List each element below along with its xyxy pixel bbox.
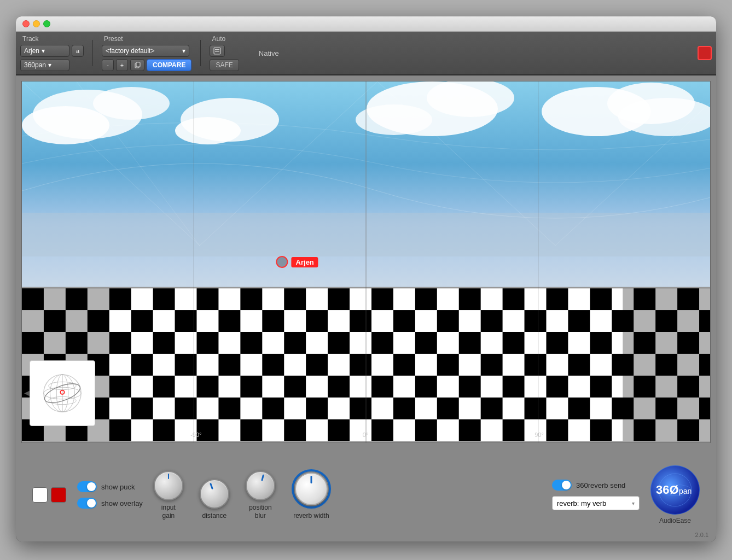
position-blur-knob[interactable] xyxy=(246,471,275,500)
preset-plus-btn[interactable]: + xyxy=(116,59,128,71)
svg-rect-31 xyxy=(623,288,710,441)
version-text: 2.0.1 xyxy=(695,532,708,538)
reverb-send-toggle[interactable] xyxy=(552,480,572,491)
preset-copy-btn[interactable] xyxy=(130,59,144,71)
reverb-dropdown-value: reverb: my verb xyxy=(557,499,606,508)
svg-rect-3 xyxy=(215,49,219,50)
globe-svg xyxy=(38,369,87,418)
svg-rect-1 xyxy=(136,62,140,67)
track-select-arrow: ▾ xyxy=(42,47,45,55)
show-overlay-toggle[interactable] xyxy=(77,498,97,509)
source-puck[interactable]: Arjen xyxy=(276,256,318,268)
safe-btn[interactable]: SAFE xyxy=(210,59,239,71)
puck-label: Arjen xyxy=(292,257,318,267)
svg-line-22 xyxy=(200,81,377,246)
checkerboard-svg xyxy=(22,287,710,442)
plugin-select[interactable]: 360pan ▾ xyxy=(20,59,69,71)
svg-text:pan: pan xyxy=(679,487,692,495)
track-section: Track Arjen ▾ a 360pan ▾ xyxy=(20,35,84,71)
preset-value: <factory default> xyxy=(106,47,154,55)
preset-row-1: <factory default> ▾ xyxy=(102,45,191,57)
input-gain-container: inputgain xyxy=(154,471,183,521)
divider-2 xyxy=(200,40,201,66)
logo-subtext: AudioEase xyxy=(659,517,691,524)
traffic-lights xyxy=(22,20,50,27)
track-variant-btn[interactable]: a xyxy=(72,45,84,57)
toggles-section: show puck show overlay xyxy=(77,481,143,509)
distance-knob[interactable] xyxy=(200,479,229,509)
logo-circle: 36Ø pan xyxy=(650,465,700,515)
show-puck-label: show puck xyxy=(101,483,135,491)
color-box-red[interactable] xyxy=(51,487,66,503)
floor-section xyxy=(22,287,710,442)
preset-section: Preset <factory default> ▾ - + COMPARE xyxy=(102,35,191,71)
preset-dropdown[interactable]: <factory default> ▾ xyxy=(102,45,189,57)
reverb-dropdown-arrow: ▾ xyxy=(632,500,635,506)
svg-rect-4 xyxy=(215,51,219,52)
reverb-width-label: reverb width xyxy=(293,512,329,521)
minimize-button[interactable] xyxy=(33,20,40,27)
distance-label: distance xyxy=(202,512,227,521)
color-boxes xyxy=(32,487,66,503)
svg-line-24 xyxy=(555,81,710,246)
color-box-white[interactable] xyxy=(32,487,48,503)
logo-svg: 36Ø pan xyxy=(650,465,700,515)
minimap: ◄ xyxy=(30,360,95,426)
svg-line-23 xyxy=(377,81,555,246)
preset-row-2: - + COMPARE xyxy=(102,59,191,71)
track-select[interactable]: Arjen ▾ xyxy=(20,45,69,57)
show-puck-toggle[interactable] xyxy=(77,481,97,492)
native-section: Native xyxy=(246,48,283,59)
plugin-row: 360pan ▾ xyxy=(20,59,84,71)
plugin-arrow: ▾ xyxy=(48,61,51,69)
show-overlay-row: show overlay xyxy=(77,498,143,509)
copy-icon xyxy=(134,62,141,68)
maximize-button[interactable] xyxy=(43,20,50,27)
track-row: Arjen ▾ a xyxy=(20,45,84,57)
reverb-width-mark xyxy=(310,476,312,483)
distance-container: distance xyxy=(200,479,229,521)
red-record-btn[interactable] xyxy=(698,46,712,60)
divider-1 xyxy=(92,40,93,66)
close-button[interactable] xyxy=(22,20,30,27)
show-overlay-label: show overlay xyxy=(101,499,143,508)
reverb-section: 360reverb send reverb: my verb ▾ xyxy=(552,480,640,510)
sky-section xyxy=(22,81,710,287)
angle-minus90: -90° xyxy=(190,431,201,438)
auto-icon-btn[interactable] xyxy=(210,45,225,57)
track-name: Arjen xyxy=(24,47,39,55)
minimap-arrow[interactable]: ◄ xyxy=(22,388,31,398)
puck-circle xyxy=(276,256,288,268)
main-content: Arjen -90° 0° 90° ◄ xyxy=(16,75,716,541)
angle-0: 0° xyxy=(363,431,369,438)
distance-mark xyxy=(210,483,213,489)
show-puck-row: show puck xyxy=(77,481,143,492)
auto-row-2: SAFE xyxy=(210,59,239,71)
input-gain-label: inputgain xyxy=(161,504,176,521)
input-gain-knob[interactable] xyxy=(154,471,183,500)
angle-90: 90° xyxy=(535,431,544,438)
bottom-controls: show puck show overlay inputgain xyxy=(21,448,711,541)
position-blur-mark xyxy=(261,474,264,481)
svg-text:36Ø: 36Ø xyxy=(656,483,679,497)
compare-btn[interactable]: COMPARE xyxy=(147,59,191,71)
sky-background xyxy=(22,81,710,287)
reverb-send-label: 360reverb send xyxy=(576,481,625,489)
input-gain-mark xyxy=(168,474,169,479)
panorama-container[interactable]: Arjen -90° 0° 90° ◄ xyxy=(21,81,711,443)
plugin-name: 360pan xyxy=(24,61,46,69)
preset-minus-btn[interactable]: - xyxy=(102,59,114,71)
reverb-width-knob[interactable] xyxy=(295,472,328,505)
logo-section: 36Ø pan AudioEase xyxy=(650,465,700,524)
svg-rect-29 xyxy=(22,288,710,441)
auto-row-1 xyxy=(210,45,239,57)
reverb-dropdown[interactable]: reverb: my verb ▾ xyxy=(552,496,640,510)
native-btn[interactable]: Native xyxy=(254,48,283,59)
preset-dropdown-arrow: ▾ xyxy=(182,47,185,55)
main-window: Track Arjen ▾ a 360pan ▾ Preset <f xyxy=(16,16,716,541)
position-blur-container: positionblur xyxy=(246,471,275,521)
position-blur-label: positionblur xyxy=(249,504,271,521)
reverb-knob-outer xyxy=(292,469,331,509)
svg-line-21 xyxy=(77,81,200,246)
preset-label: Preset xyxy=(102,35,191,43)
